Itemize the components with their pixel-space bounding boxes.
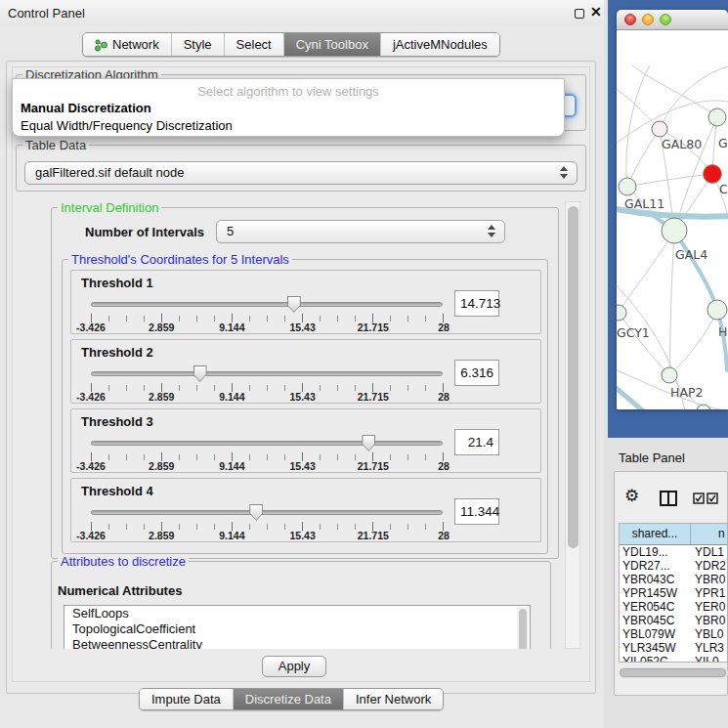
table-row[interactable]: YBR043CYBR0 — [620, 573, 727, 586]
tick-label: 2.859 — [149, 391, 174, 403]
scrollbar-thumb[interactable] — [620, 668, 726, 677]
scrollbar-thumb[interactable] — [568, 206, 578, 548]
node-gcy1[interactable] — [617, 305, 626, 321]
tick-label: -3.426 — [76, 321, 106, 333]
table-row[interactable]: YER054CYER0 — [620, 600, 727, 614]
tick-label: 15.43 — [289, 391, 315, 403]
slider-thumb[interactable] — [287, 296, 301, 313]
threshold-2-value-field[interactable]: 6.316 — [454, 360, 499, 386]
node-gal80[interactable] — [652, 121, 667, 137]
node-label: GAL4 — [675, 247, 707, 262]
node-h[interactable] — [707, 300, 727, 320]
attributes-group: Attributes to discretize Numerical Attri… — [51, 561, 551, 649]
settings-scroll-area: Interval Definition Number of Intervals … — [16, 201, 582, 649]
threshold-4-value-field[interactable]: 11.344 — [454, 498, 499, 525]
table-horizontal-scrollbar[interactable] — [619, 667, 728, 678]
tab-cyni-toolbox[interactable]: Cyni Toolbox — [283, 33, 380, 56]
table-row[interactable]: YBR045CYBR0 — [620, 614, 727, 627]
tick-label: 28 — [438, 391, 450, 403]
dropdown-option-manual-discretization[interactable]: Manual Discretization — [21, 101, 151, 115]
table-header-row: shared... n — [620, 524, 727, 545]
table-row[interactable]: YBL079WYBL0 — [620, 627, 727, 641]
table-row[interactable]: YDL19...YDL1 — [620, 545, 727, 559]
tick-label: -3.426 — [76, 460, 106, 472]
minimize-window-icon[interactable] — [642, 14, 654, 25]
node-ga[interactable] — [708, 108, 726, 126]
node-label: GA — [718, 136, 728, 150]
threshold-1-value-field[interactable]: 14.713 — [454, 290, 499, 317]
node-gal4[interactable] — [662, 218, 687, 243]
tab-label: Cyni Toolbox — [296, 33, 368, 56]
table-row[interactable]: YDR27...YDR2 — [620, 559, 727, 573]
tab-label: Infer Network — [356, 688, 431, 710]
column-header-name[interactable]: n — [691, 524, 727, 544]
tick-label: 15.43 — [289, 460, 315, 472]
combo-arrows-icon — [560, 166, 569, 179]
table-data-combo[interactable]: galFiltered.sif default node — [24, 161, 578, 185]
slider-track — [91, 441, 443, 446]
threshold-1-slider[interactable] — [91, 296, 443, 313]
tick-label: 21.715 — [358, 391, 389, 403]
numerical-attributes-list[interactable]: SelfLoops TopologicalCoefficient Between… — [64, 605, 531, 649]
tab-label: jActiveMNodules — [393, 33, 488, 56]
table-row[interactable]: YLR345WYLR3 — [620, 641, 727, 655]
network-nodes — [617, 108, 727, 409]
zoom-window-icon[interactable] — [660, 14, 671, 25]
column-header-shared-name[interactable]: shared... — [620, 524, 691, 544]
select-columns-icon[interactable] — [693, 492, 718, 504]
settings-scrollbar[interactable] — [565, 201, 580, 649]
tab-discretize-data[interactable]: Discretize Data — [233, 689, 343, 709]
close-icon[interactable]: ✕ — [590, 4, 602, 20]
threshold-3-label: Threshold 3 — [81, 414, 153, 429]
node-hap2[interactable] — [662, 367, 677, 383]
node-label: GAL80 — [662, 137, 702, 151]
slider-track — [91, 371, 443, 376]
slider-thumb[interactable] — [362, 435, 375, 451]
tab-style[interactable]: Style — [171, 33, 224, 56]
combo-arrows-icon — [488, 225, 496, 237]
numerical-attributes-label: Numerical Attributes — [58, 583, 182, 598]
split-columns-icon[interactable] — [660, 491, 677, 506]
tab-infer-network[interactable]: Infer Network — [343, 689, 443, 709]
slider-tick-labels: -3.4262.8599.14415.4321.71528 — [91, 321, 444, 333]
node-gal11[interactable] — [619, 178, 636, 195]
network-canvas[interactable]: GAL80 GA C GAL11 GAL4 GCY1 H HAP2 — [617, 30, 728, 409]
tab-jactivemnodules[interactable]: jActiveMNodules — [380, 33, 499, 56]
list-item[interactable]: BetweennessCentrality — [64, 637, 530, 649]
list-item[interactable]: SelfLoops — [64, 606, 530, 621]
slider-thumb[interactable] — [249, 504, 263, 521]
table-data-combo-value: galFiltered.sif default node — [35, 165, 184, 180]
tab-label: Impute Data — [151, 688, 221, 710]
node-table: shared... n YDL19...YDL1 YDR27...YDR2 YB… — [619, 523, 728, 663]
float-window-icon[interactable] — [575, 9, 584, 19]
tick-label: 9.144 — [219, 391, 244, 403]
tab-impute-data[interactable]: Impute Data — [140, 689, 233, 709]
tab-select[interactable]: Select — [224, 33, 283, 56]
threshold-3-value-field[interactable]: 21.4 — [454, 429, 499, 455]
gear-icon[interactable]: ⚙ — [624, 488, 639, 504]
threshold-2-slider[interactable] — [91, 365, 443, 382]
network-window-titlebar[interactable] — [617, 10, 728, 30]
list-item[interactable]: TopologicalCoefficient — [64, 621, 530, 637]
threshold-4-slider[interactable] — [91, 504, 443, 521]
interval-group-label: Interval Definition — [58, 201, 161, 215]
apply-button[interactable]: Apply — [262, 656, 326, 677]
dropdown-option-equal-width-frequency[interactable]: Equal Width/Frequency Discretization — [21, 118, 233, 133]
close-window-icon[interactable] — [624, 14, 636, 25]
node-label: GAL11 — [624, 196, 664, 211]
table-row[interactable]: YPR145WYPR1 — [620, 586, 727, 600]
num-intervals-combo[interactable]: 5 — [216, 220, 505, 243]
node-bottom[interactable] — [697, 405, 710, 409]
table-row[interactable]: YIL052CYIL0 — [620, 655, 727, 663]
tick-label: 21.715 — [358, 530, 389, 541]
tab-label: Style — [184, 33, 212, 56]
tab-network[interactable]: Network — [83, 33, 171, 56]
slider-thumb[interactable] — [193, 365, 207, 382]
threshold-3-slider[interactable] — [91, 435, 443, 451]
tick-label: 15.43 — [289, 321, 315, 333]
list-scrollbar[interactable] — [517, 607, 529, 649]
tick-label: 9.144 — [219, 460, 244, 472]
node-c-red[interactable] — [704, 165, 722, 184]
table-data-group-label: Table Data — [22, 138, 89, 152]
tab-label: Discretize Data — [245, 688, 331, 710]
